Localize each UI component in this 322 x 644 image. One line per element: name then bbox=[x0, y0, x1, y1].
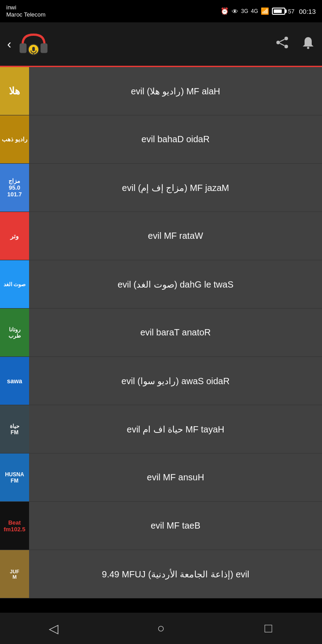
signal-3g: 3G bbox=[241, 8, 248, 14]
radio-thumb-jufm: JUF M bbox=[0, 550, 29, 598]
svg-rect-3 bbox=[32, 47, 35, 51]
radio-label-container-rotana-tarab: Rotana Tarab live bbox=[29, 309, 322, 356]
radio-label-container-sawt-el-ghad: Sawt el Ghad (صوت الغد) live bbox=[29, 260, 322, 308]
svg-rect-1 bbox=[41, 43, 48, 53]
radio-label-container-radio-sawa: Radio Sawa (راديو سوا) live bbox=[29, 357, 322, 405]
battery-percent: 57 bbox=[288, 8, 294, 15]
radio-thumb-husna-fm: HUSNA FM bbox=[0, 453, 29, 501]
battery-fill bbox=[274, 9, 282, 13]
radio-thumb-rotana-tarab: روتانا طرب bbox=[0, 309, 29, 356]
radio-item-mazaj-fm[interactable]: مزاج 95.0 101.7Mazaj FM (مزاج إف إم) liv… bbox=[0, 164, 322, 212]
svg-point-10 bbox=[307, 47, 309, 49]
radio-thumb-radio-sawa: sawa bbox=[0, 357, 29, 405]
radio-label-watar-fm: Watar FM live bbox=[144, 231, 208, 241]
nav-recent-button[interactable]: □ bbox=[250, 617, 286, 640]
radio-label-container-hayat-fm: Hayat FM حياة اف ام live bbox=[29, 405, 322, 453]
nav-home-button[interactable]: ○ bbox=[143, 617, 179, 640]
radio-label-container-watar-fm: Watar FM live bbox=[29, 212, 322, 260]
carrier-info: inwi Maroc Telecom bbox=[6, 4, 46, 18]
bottom-navigation: ◁ ○ □ bbox=[0, 613, 322, 644]
svg-line-9 bbox=[280, 43, 284, 46]
radio-label-hayat-fm: Hayat FM حياة اف ام live bbox=[123, 424, 229, 435]
svg-point-6 bbox=[276, 41, 280, 44]
radio-label-container-husna-fm: Husna FM live bbox=[29, 453, 322, 501]
radio-thumb-hala-fm: هلا bbox=[0, 67, 29, 115]
radio-item-radio-sawa[interactable]: sawaRadio Sawa (راديو سوا) live bbox=[0, 357, 322, 405]
time-display: 00:13 bbox=[299, 8, 316, 15]
radio-label-sawt-el-ghad: Sawt el Ghad (صوت الغد) live bbox=[113, 279, 238, 290]
radio-thumb-beat-fm: Beat fm102.5 bbox=[0, 502, 29, 550]
eye-icon: 👁 bbox=[232, 8, 238, 15]
radio-label-jufm: live (إذاعة الجامعة الأردنية) JUFM 94.9 bbox=[97, 569, 254, 580]
radio-label-container-beat-fm: Beat FM live bbox=[29, 502, 322, 550]
app-header: ‹ bbox=[0, 22, 322, 67]
alarm-icon: ⏰ bbox=[220, 7, 229, 15]
radio-item-hayat-fm[interactable]: حياة FMHayat FM حياة اف ام live bbox=[0, 405, 322, 453]
header-left: ‹ bbox=[7, 26, 51, 62]
signal-bars: 📶 bbox=[261, 7, 269, 15]
svg-point-7 bbox=[284, 45, 288, 48]
radio-label-radio-dahab: Radio Dahab live bbox=[137, 134, 214, 144]
carrier-name: inwi bbox=[6, 4, 46, 11]
radio-item-hala-fm[interactable]: هلاHala FM (راديو هلا) live bbox=[0, 67, 322, 115]
share-icon[interactable] bbox=[275, 36, 289, 52]
battery-indicator bbox=[272, 8, 285, 15]
radio-item-radio-dahab[interactable]: راديو ذهبRadio Dahab live bbox=[0, 115, 322, 164]
radio-thumb-radio-dahab: راديو ذهب bbox=[0, 115, 29, 163]
app-logo bbox=[16, 26, 51, 62]
radio-label-radio-sawa: Radio Sawa (راديو سوا) live bbox=[117, 376, 234, 386]
status-bar: inwi Maroc Telecom ⏰ 👁 3G 4G 📶 57 00:13 bbox=[0, 0, 322, 22]
signal-4g: 4G bbox=[251, 8, 258, 14]
network-name: Maroc Telecom bbox=[6, 11, 46, 18]
radio-item-rotana-tarab[interactable]: روتانا طربRotana Tarab live bbox=[0, 309, 322, 357]
radio-thumb-mazaj-fm: مزاج 95.0 101.7 bbox=[0, 164, 29, 212]
radio-label-husna-fm: Husna FM live bbox=[143, 472, 209, 483]
svg-rect-0 bbox=[20, 43, 27, 53]
status-icons: ⏰ 👁 3G 4G 📶 57 00:13 bbox=[220, 7, 316, 15]
radio-label-hala-fm: Hala FM (راديو هلا) live bbox=[127, 86, 225, 97]
logo-svg bbox=[16, 27, 51, 62]
radio-label-beat-fm: Beat FM live bbox=[146, 521, 205, 531]
radio-label-container-radio-dahab: Radio Dahab live bbox=[29, 115, 322, 163]
notification-icon[interactable] bbox=[301, 36, 315, 52]
radio-thumb-hayat-fm: حياة FM bbox=[0, 405, 29, 453]
radio-label-container-hala-fm: Hala FM (راديو هلا) live bbox=[29, 67, 322, 115]
back-button[interactable]: ‹ bbox=[7, 37, 11, 51]
radio-item-husna-fm[interactable]: HUSNA FMHusna FM live bbox=[0, 453, 322, 502]
radio-label-container-jufm: live (إذاعة الجامعة الأردنية) JUFM 94.9 bbox=[29, 550, 322, 598]
radio-item-watar-fm[interactable]: وترWatar FM live bbox=[0, 212, 322, 260]
radio-item-sawt-el-ghad[interactable]: صوت الغدSawt el Ghad (صوت الغد) live bbox=[0, 260, 322, 309]
radio-item-beat-fm[interactable]: Beat fm102.5Beat FM live bbox=[0, 502, 322, 550]
nav-back-button[interactable]: ◁ bbox=[36, 617, 72, 640]
radio-label-mazaj-fm: Mazaj FM (مزاج إف إم) live bbox=[118, 182, 233, 193]
svg-point-5 bbox=[284, 37, 288, 40]
radio-thumb-watar-fm: وتر bbox=[0, 212, 29, 260]
radio-label-container-mazaj-fm: Mazaj FM (مزاج إف إم) live bbox=[29, 164, 322, 212]
radio-list: هلاHala FM (راديو هلا) liveراديو ذهبRadi… bbox=[0, 67, 322, 634]
svg-line-8 bbox=[280, 39, 284, 42]
header-right bbox=[275, 36, 315, 52]
radio-thumb-sawt-el-ghad: صوت الغد bbox=[0, 260, 29, 308]
radio-label-rotana-tarab: Rotana Tarab live bbox=[136, 327, 216, 338]
radio-item-jufm[interactable]: JUF Mlive (إذاعة الجامعة الأردنية) JUFM … bbox=[0, 550, 322, 598]
